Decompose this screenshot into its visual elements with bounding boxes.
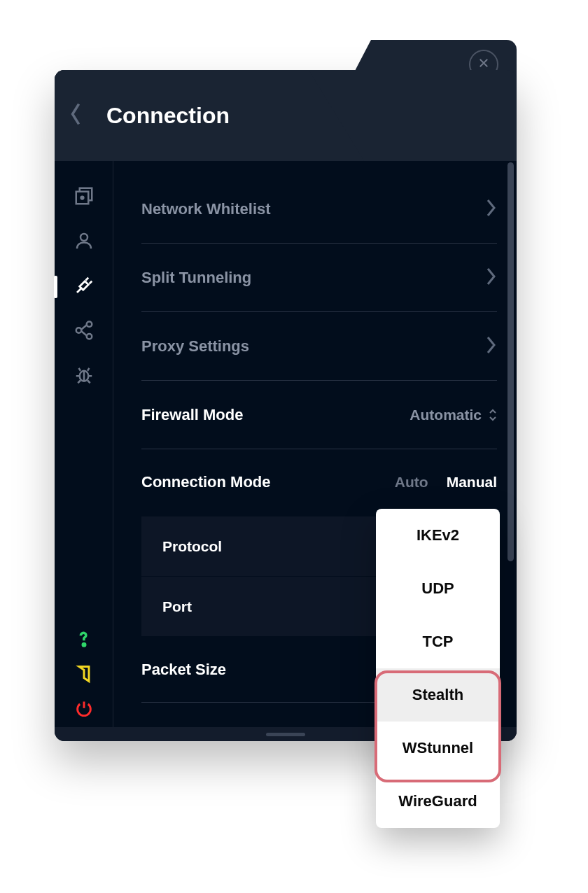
exit-icon — [74, 674, 94, 686]
question-icon — [74, 639, 94, 651]
row-label: Network Whitelist — [141, 200, 271, 218]
row-network-whitelist[interactable]: Network Whitelist — [141, 175, 497, 244]
chevron-right-icon — [486, 267, 497, 289]
plug-icon — [74, 275, 94, 299]
share-icon — [74, 320, 94, 344]
protocol-option[interactable]: Stealth — [376, 668, 500, 722]
sidebar-item-debug[interactable] — [55, 354, 113, 399]
row-label: Protocol — [162, 538, 222, 555]
sidebar-item-account[interactable] — [55, 220, 113, 265]
sidebar — [55, 161, 113, 729]
row-connection-mode: Connection Mode Auto Manual — [141, 449, 497, 515]
row-proxy-settings[interactable]: Proxy Settings — [141, 312, 497, 381]
sidebar-item-connection[interactable] — [55, 265, 113, 309]
svg-point-3 — [76, 328, 81, 333]
page-title: Connection — [106, 103, 230, 129]
chevron-right-icon — [486, 198, 497, 220]
user-icon — [74, 230, 94, 254]
power-icon — [74, 709, 94, 721]
resize-handle[interactable] — [266, 733, 305, 736]
row-label: Port — [162, 598, 192, 615]
protocol-option[interactable]: WStunnel — [376, 722, 500, 775]
chevron-right-icon — [486, 335, 497, 358]
toggle-auto[interactable]: Auto — [395, 474, 428, 491]
bug-icon — [74, 365, 94, 388]
toggle-manual[interactable]: Manual — [447, 474, 497, 491]
protocol-option[interactable]: UDP — [376, 562, 500, 615]
quit-button[interactable] — [74, 699, 94, 722]
firewall-mode-value[interactable]: Automatic — [410, 407, 497, 423]
protocol-option[interactable]: WireGuard — [376, 775, 500, 828]
sidebar-bottom — [55, 629, 113, 722]
connection-mode-toggle: Auto Manual — [395, 474, 497, 491]
row-firewall-mode[interactable]: Firewall Mode Automatic — [141, 381, 497, 449]
svg-point-5 — [86, 334, 92, 339]
svg-point-4 — [86, 322, 92, 328]
row-label: Split Tunneling — [141, 269, 251, 287]
protocol-dropdown: IKEv2 UDP TCP Stealth WStunnel WireGuard — [376, 509, 500, 828]
row-label: Proxy Settings — [141, 337, 249, 356]
general-icon — [74, 185, 94, 209]
row-split-tunneling[interactable]: Split Tunneling — [141, 244, 497, 312]
row-label: Connection Mode — [141, 473, 271, 491]
protocol-option[interactable]: IKEv2 — [376, 509, 500, 562]
svg-point-7 — [83, 643, 85, 646]
row-label: Packet Size — [141, 661, 226, 679]
svg-point-1 — [80, 197, 83, 199]
scrollbar[interactable] — [507, 162, 514, 561]
up-down-icon — [489, 409, 497, 421]
firewall-mode-value-text: Automatic — [410, 407, 482, 423]
sidebar-item-share[interactable] — [55, 309, 113, 354]
svg-point-2 — [80, 234, 88, 241]
row-label: Firewall Mode — [141, 406, 243, 424]
logout-button[interactable] — [74, 664, 94, 687]
sidebar-item-general[interactable] — [55, 175, 113, 220]
chevron-left-icon — [69, 117, 84, 129]
back-button[interactable] — [69, 101, 84, 129]
protocol-option[interactable]: TCP — [376, 615, 500, 668]
help-button[interactable] — [74, 629, 94, 652]
